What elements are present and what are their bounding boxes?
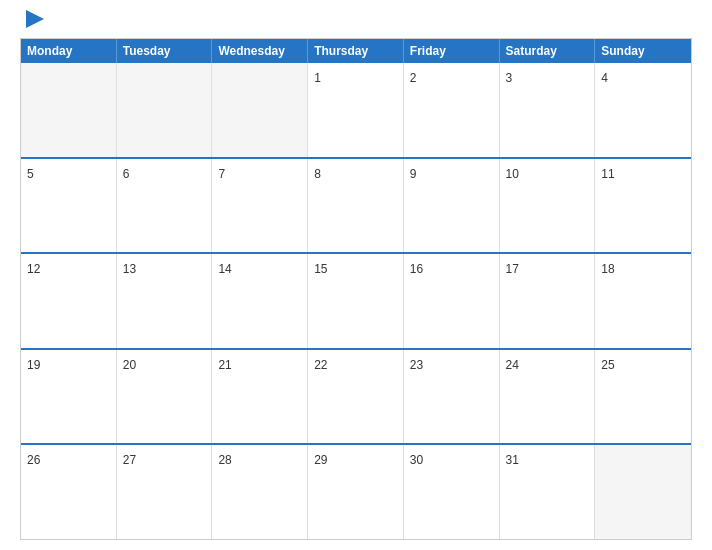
calendar-week: 262728293031 [21,443,691,539]
svg-marker-0 [26,10,44,28]
calendar-day: 5 [21,159,117,253]
calendar-day: 6 [117,159,213,253]
calendar-day: 29 [308,445,404,539]
day-number: 6 [123,167,130,181]
calendar-day: 27 [117,445,213,539]
calendar-header: MondayTuesdayWednesdayThursdayFridaySatu… [21,39,691,63]
day-number: 7 [218,167,225,181]
day-number: 29 [314,453,327,467]
calendar-day: 12 [21,254,117,348]
calendar-day: 24 [500,350,596,444]
calendar-day: 15 [308,254,404,348]
calendar-header-cell: Monday [21,39,117,63]
day-number: 26 [27,453,40,467]
day-number: 3 [506,71,513,85]
day-number: 8 [314,167,321,181]
calendar-header-cell: Friday [404,39,500,63]
day-number: 28 [218,453,231,467]
calendar-day: 25 [595,350,691,444]
calendar-day [212,63,308,157]
day-number: 4 [601,71,608,85]
day-number: 18 [601,262,614,276]
calendar-day: 16 [404,254,500,348]
calendar-day: 18 [595,254,691,348]
day-number: 13 [123,262,136,276]
calendar-day [21,63,117,157]
calendar-week: 567891011 [21,157,691,253]
day-number: 25 [601,358,614,372]
day-number: 20 [123,358,136,372]
page-header [20,18,692,28]
calendar-day: 9 [404,159,500,253]
calendar-grid: MondayTuesdayWednesdayThursdayFridaySatu… [20,38,692,540]
calendar-day: 28 [212,445,308,539]
day-number: 31 [506,453,519,467]
calendar-day [117,63,213,157]
calendar-week: 1234 [21,63,691,157]
calendar-day: 21 [212,350,308,444]
calendar-day: 14 [212,254,308,348]
logo [20,18,44,28]
calendar-day: 2 [404,63,500,157]
calendar-day: 1 [308,63,404,157]
day-number: 19 [27,358,40,372]
calendar-header-cell: Wednesday [212,39,308,63]
calendar-day [595,445,691,539]
calendar-day: 23 [404,350,500,444]
day-number: 14 [218,262,231,276]
day-number: 23 [410,358,423,372]
calendar-day: 3 [500,63,596,157]
logo-flag-icon [26,10,44,28]
day-number: 17 [506,262,519,276]
day-number: 9 [410,167,417,181]
calendar-page: MondayTuesdayWednesdayThursdayFridaySatu… [0,0,712,550]
calendar-week: 19202122232425 [21,348,691,444]
calendar-day: 10 [500,159,596,253]
day-number: 12 [27,262,40,276]
calendar-day: 31 [500,445,596,539]
day-number: 16 [410,262,423,276]
calendar-day: 19 [21,350,117,444]
day-number: 11 [601,167,614,181]
calendar-day: 30 [404,445,500,539]
calendar-day: 22 [308,350,404,444]
calendar-week: 12131415161718 [21,252,691,348]
calendar-day: 26 [21,445,117,539]
day-number: 27 [123,453,136,467]
day-number: 24 [506,358,519,372]
calendar-day: 4 [595,63,691,157]
day-number: 1 [314,71,321,85]
day-number: 30 [410,453,423,467]
calendar-header-cell: Tuesday [117,39,213,63]
day-number: 2 [410,71,417,85]
calendar-day: 11 [595,159,691,253]
calendar-header-cell: Thursday [308,39,404,63]
day-number: 22 [314,358,327,372]
calendar-header-cell: Saturday [500,39,596,63]
calendar-day: 8 [308,159,404,253]
calendar-header-cell: Sunday [595,39,691,63]
day-number: 15 [314,262,327,276]
calendar-day: 17 [500,254,596,348]
day-number: 5 [27,167,34,181]
calendar-day: 13 [117,254,213,348]
calendar-day: 7 [212,159,308,253]
calendar-body: 1234567891011121314151617181920212223242… [21,63,691,539]
day-number: 10 [506,167,519,181]
day-number: 21 [218,358,231,372]
calendar-day: 20 [117,350,213,444]
